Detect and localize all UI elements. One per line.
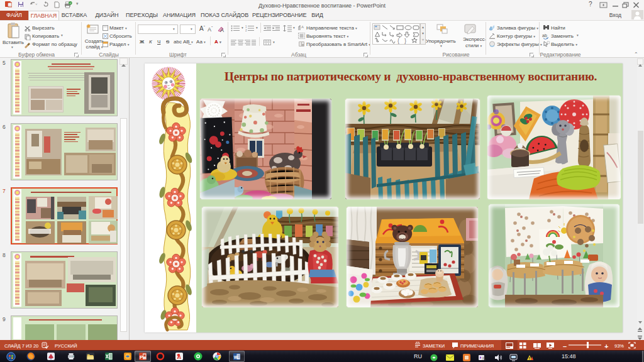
svg-text:{: { [397, 38, 399, 44]
svg-text:2: 2 [245, 29, 247, 32]
svg-text:ab: ab [542, 33, 547, 38]
svg-text:W: W [234, 354, 238, 359]
svg-text:A: A [220, 27, 224, 33]
svg-text:兆: 兆 [482, 356, 486, 361]
svg-text:}: } [404, 38, 406, 44]
svg-text:1: 1 [245, 25, 247, 28]
svg-text:А: А [301, 25, 304, 29]
svg-text:P: P [140, 354, 143, 360]
